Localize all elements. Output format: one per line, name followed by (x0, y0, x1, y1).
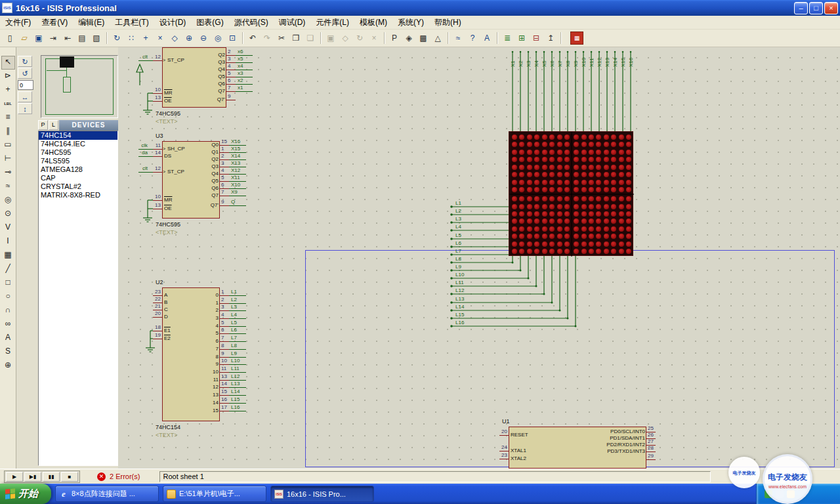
export-section-button[interactable]: ⇤ (61, 32, 74, 45)
rotation-angle-input[interactable] (18, 80, 33, 90)
tray-icon-volume[interactable] (787, 490, 795, 498)
minimize-button[interactable]: – (794, 2, 808, 14)
stop-button[interactable]: ■ (61, 472, 78, 482)
taskbar-task[interactable]: E:\51单片机\电子... (163, 486, 266, 502)
device-pins-mode-button[interactable]: ⊸ (2, 167, 14, 179)
block-copy-button[interactable]: ▣ (324, 32, 337, 45)
design-explorer-button[interactable]: ≣ (501, 32, 514, 45)
device-list-item[interactable]: 74HC164.IEC (39, 140, 117, 148)
block-delete-button[interactable]: × (368, 32, 381, 45)
start-button[interactable]: 开始 (0, 484, 51, 504)
pan-button[interactable]: ◇ (168, 32, 181, 45)
device-list-item[interactable]: 74HC595 (39, 148, 117, 157)
circle-mode-button[interactable]: ○ (2, 291, 14, 303)
paste-button[interactable]: ❏ (304, 32, 317, 45)
error-icon[interactable]: ✕ (97, 472, 106, 481)
current-probe-mode-button[interactable]: I (2, 236, 14, 248)
import-section-button[interactable]: ⇥ (47, 32, 60, 45)
device-list-item[interactable]: CRYSTAL#2 (39, 182, 117, 191)
pick-devices-button[interactable]: P (38, 120, 48, 130)
open-design-button[interactable]: ▱ (18, 32, 31, 45)
graph-mode-button[interactable]: ≈ (2, 180, 14, 193)
pause-button[interactable]: ▮▮ (43, 472, 60, 482)
device-list-item[interactable]: ATMEGA128 (39, 165, 117, 174)
library-manager-button[interactable]: L (49, 120, 58, 130)
voltage-probe-mode-button[interactable]: V (2, 222, 14, 234)
menu-item[interactable]: 图表(G) (191, 16, 228, 30)
false-origin-button[interactable]: + (139, 32, 152, 45)
mirror-vertical-button[interactable]: ↕ (18, 103, 32, 114)
zoom-area-button[interactable]: ⊡ (226, 32, 239, 45)
menu-item[interactable]: 帮助(H) (429, 16, 467, 30)
junction-dot-mode-button[interactable]: + (2, 84, 14, 96)
tape-recorder-mode-button[interactable]: ◎ (2, 194, 14, 207)
menu-item[interactable]: 编辑(E) (73, 16, 110, 30)
mark-output-area-button[interactable]: ▧ (90, 32, 103, 45)
cut-button[interactable]: ✂ (275, 32, 288, 45)
menu-item[interactable]: 文件(F) (0, 16, 36, 30)
redo-button[interactable]: ↷ (261, 32, 274, 45)
save-design-button[interactable]: ▣ (32, 32, 45, 45)
rotate-clockwise-button[interactable]: ↻ (18, 56, 32, 67)
ares-button[interactable]: ▦ (570, 32, 583, 45)
markers-mode-button[interactable]: ⊕ (2, 360, 14, 372)
rotate-anticlockwise-button[interactable]: ↺ (18, 68, 32, 79)
device-list-item[interactable]: 74LS595 (39, 157, 117, 165)
packaging-tool-button[interactable]: ▩ (417, 32, 430, 45)
schematic-canvas[interactable]: X1X2X3X4X5X6X7X8X9X10X11X12X13X14X15X16L… (118, 47, 840, 469)
device-list-item[interactable]: CAP (39, 174, 117, 182)
zoom-in-button[interactable]: ⊕ (182, 32, 196, 45)
decompose-button[interactable]: △ (431, 32, 444, 45)
block-rotate-button[interactable]: ↻ (353, 32, 366, 45)
terminals-mode-button[interactable]: ⊢ (2, 153, 14, 165)
mirror-horizontal-button[interactable]: ↔ (18, 91, 32, 102)
arc-mode-button[interactable]: ∩ (2, 304, 14, 317)
new-file-button[interactable]: ▯ (3, 32, 16, 45)
maximize-button[interactable]: □ (809, 2, 823, 14)
redraw-button[interactable]: ↻ (110, 32, 123, 45)
schematic-preview[interactable] (41, 55, 118, 118)
symbol-mode-button[interactable]: S (2, 346, 14, 358)
play-button[interactable]: ▶ (6, 472, 23, 482)
print-button[interactable]: ▤ (75, 32, 89, 45)
wire-label-mode-button[interactable]: LBL (2, 98, 14, 110)
copy-button[interactable]: ❐ (289, 32, 303, 45)
component-mode-button[interactable]: ⊳ (2, 70, 14, 83)
tray-icon-network[interactable] (776, 490, 784, 498)
taskbar-task[interactable]: ISIS16x16 - ISIS Pro... (270, 486, 374, 502)
make-device-button[interactable]: ◈ (402, 32, 415, 45)
zoom-out-button[interactable]: ⊖ (197, 32, 210, 45)
menu-item[interactable]: 源代码(S) (229, 16, 274, 30)
device-list-item[interactable]: MATRIX-8X8-RED (39, 191, 117, 200)
toggle-grid-button[interactable]: ∷ (125, 32, 138, 45)
undo-button[interactable]: ↶ (246, 32, 259, 45)
menu-item[interactable]: 工具栏(T) (110, 16, 154, 30)
led-matrix-16x16[interactable] (509, 131, 633, 256)
text-mode-button[interactable]: A (2, 332, 14, 345)
new-sheet-button[interactable]: ⊞ (515, 32, 528, 45)
text-script-mode-button[interactable]: ≡ (2, 112, 14, 124)
generator-mode-button[interactable]: ⊙ (2, 208, 14, 220)
error-count[interactable]: 2 Error(s) (110, 472, 140, 480)
tray-icon-antivirus[interactable] (765, 490, 772, 498)
selection-mode-button[interactable]: ↖ (2, 56, 14, 69)
taskbar-task[interactable]: e8×8点阵连接问题 ... (55, 486, 159, 502)
goto-cursor-button[interactable]: × (154, 32, 167, 45)
goto-sheet-button[interactable]: ↥ (544, 32, 557, 45)
path-mode-button[interactable]: ∞ (2, 318, 14, 331)
menu-item[interactable]: 设计(D) (154, 16, 192, 30)
menu-item[interactable]: 调试(D) (274, 16, 311, 30)
close-button[interactable]: × (824, 2, 838, 14)
pick-parts-button[interactable]: P (388, 32, 401, 45)
remove-sheet-button[interactable]: ⊟ (530, 32, 543, 45)
line-mode-button[interactable]: ╱ (2, 263, 14, 276)
subcircuit-mode-button[interactable]: ▭ (2, 139, 14, 152)
menu-item[interactable]: 元件库(L) (310, 16, 354, 30)
menu-item[interactable]: 查看(V) (36, 16, 73, 30)
virtual-instruments-mode-button[interactable]: ▦ (2, 249, 14, 262)
step-button[interactable]: ▶▮ (24, 472, 41, 482)
search-tag-button[interactable]: ? (466, 32, 479, 45)
zoom-all-button[interactable]: ◎ (211, 32, 224, 45)
wire-autorouter-button[interactable]: ≈ (452, 32, 465, 45)
menu-item[interactable]: 模板(M) (354, 16, 392, 30)
